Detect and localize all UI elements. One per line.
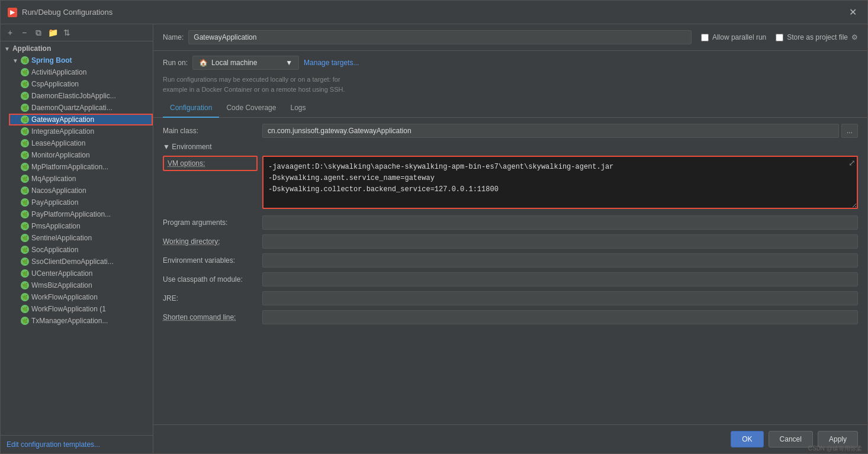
tree-item[interactable]: 🌿CspApplication xyxy=(9,78,153,90)
name-input[interactable] xyxy=(188,30,692,44)
spring-app-icon: 🌿 xyxy=(21,186,29,195)
left-footer: Edit configuration templates... xyxy=(1,435,153,453)
allow-parallel-checkbox[interactable] xyxy=(701,34,709,41)
ok-button[interactable]: OK xyxy=(731,431,763,447)
house-icon: 🏠 xyxy=(199,59,208,67)
add-config-button[interactable]: + xyxy=(4,27,16,38)
tree-item-label: IntegrateApplication xyxy=(31,127,94,136)
manage-targets-link[interactable]: Manage targets... xyxy=(304,59,359,67)
tree-item[interactable]: 🌿MpPlatformApplication... xyxy=(9,161,153,173)
tree-item-label: SentinelApplication xyxy=(31,234,92,242)
name-row: Name: xyxy=(163,30,692,44)
tree-item[interactable]: 🌿PmsApplication xyxy=(9,220,153,232)
tree-item[interactable]: 🌿GatewayApplication xyxy=(9,114,153,125)
program-args-row: Program arguments: xyxy=(163,215,858,230)
right-header: Name: Allow parallel run Store as projec… xyxy=(153,24,867,51)
sort-button[interactable]: ⇅ xyxy=(61,27,73,38)
tree-item-label: NacosApplication xyxy=(31,186,86,195)
tree-item[interactable]: 🌿NacosApplication xyxy=(9,185,153,197)
spring-boot-chevron: ▼ xyxy=(12,57,18,64)
tab-logs[interactable]: Logs xyxy=(283,99,313,118)
right-panel: Name: Allow parallel run Store as projec… xyxy=(153,24,867,453)
run-icon: ▶ xyxy=(8,8,17,17)
spring-app-icon: 🌿 xyxy=(21,80,29,88)
title-bar: ▶ Run/Debug Configurations ✕ xyxy=(1,1,867,24)
remove-config-button[interactable]: − xyxy=(18,27,30,38)
environment-section-header[interactable]: ▼ Environment xyxy=(163,143,858,151)
tree-item[interactable]: 🌿TxManagerApplication... xyxy=(9,315,153,327)
spring-app-icon: 🌿 xyxy=(21,198,29,207)
jre-input[interactable] xyxy=(262,291,858,305)
name-label: Name: xyxy=(163,33,184,41)
tree-item[interactable]: 🌿UCenterApplication xyxy=(9,268,153,279)
tree-item[interactable]: 🌿PayApplication xyxy=(9,197,153,208)
main-class-input-row: ... xyxy=(262,124,858,138)
spring-app-icon: 🌿 xyxy=(21,246,29,254)
spring-app-icon: 🌿 xyxy=(21,317,29,325)
spring-app-icon: 🌿 xyxy=(21,115,29,124)
vm-options-row: VM options: ⤢ xyxy=(163,156,858,211)
tree-item[interactable]: 🌿ActivitiApplication xyxy=(9,66,153,78)
main-class-input[interactable] xyxy=(262,124,839,138)
spring-boot-header[interactable]: ▼ 🌿 Spring Boot xyxy=(9,54,153,66)
edit-templates-link[interactable]: Edit configuration templates... xyxy=(7,440,100,449)
shorten-cmd-label: Shorten command line: xyxy=(163,310,258,321)
tree-item[interactable]: 🌿IntegrateApplication xyxy=(9,125,153,137)
store-project-checkbox[interactable] xyxy=(776,34,783,41)
tree-item[interactable]: 🌿MqApplication xyxy=(9,173,153,185)
vm-options-textarea[interactable] xyxy=(262,156,858,209)
close-button[interactable]: ✕ xyxy=(846,5,860,19)
dialog-footer: OK Cancel Apply xyxy=(153,424,867,453)
classpath-input[interactable] xyxy=(262,272,858,286)
run-on-description: Run configurations may be executed local… xyxy=(153,75,867,99)
working-dir-input[interactable] xyxy=(262,234,858,249)
application-group-header[interactable]: ▼ Application xyxy=(1,43,153,54)
tree-item-label: SsoClientDemoApplicati... xyxy=(31,257,114,266)
cancel-button[interactable]: Cancel xyxy=(769,431,813,447)
env-vars-label: Environment variables: xyxy=(163,253,258,265)
run-on-label: Run on: xyxy=(163,59,188,67)
tree-item[interactable]: 🌿DaemonQuartzApplicati... xyxy=(9,102,153,114)
allow-parallel-label: Allow parallel run xyxy=(712,33,766,41)
tree-item[interactable]: 🌿SocApplication xyxy=(9,244,153,256)
tree-item-label: DaemonQuartzApplicati... xyxy=(31,104,112,112)
tree-item-label: PayPlatformApplication... xyxy=(31,210,111,218)
tree-item[interactable]: 🌿WmsBizApplication xyxy=(9,279,153,291)
tree-item-label: DaemonElasticJobApplic... xyxy=(31,92,116,100)
tree-item[interactable]: 🌿SentinelApplication xyxy=(9,232,153,244)
gear-icon[interactable]: ⚙ xyxy=(851,33,858,41)
working-dir-row: Working directory: xyxy=(163,234,858,249)
run-on-dropdown[interactable]: 🏠 Local machine ▼ xyxy=(192,56,299,70)
spring-app-icon: 🌿 xyxy=(21,104,29,112)
tree-item-label: WorkFlowApplication xyxy=(31,293,98,301)
copy-config-button[interactable]: ⧉ xyxy=(33,27,44,38)
tree-item[interactable]: 🌿LeaseApplication xyxy=(9,137,153,149)
tree-item-label: PmsApplication xyxy=(31,222,81,230)
program-args-input[interactable] xyxy=(262,215,858,230)
spring-app-icon: 🌿 xyxy=(21,269,29,278)
tree-item[interactable]: 🌿DaemonElasticJobApplic... xyxy=(9,90,153,102)
folder-button[interactable]: 📁 xyxy=(47,27,59,38)
spring-app-icon: 🌿 xyxy=(21,151,29,159)
shorten-cmd-input[interactable] xyxy=(262,310,858,324)
main-class-browse-button[interactable]: ... xyxy=(841,124,858,138)
store-project-row: Store as project file ⚙ xyxy=(776,33,858,41)
tree-item[interactable]: 🌿SsoClientDemoApplicati... xyxy=(9,256,153,268)
spring-app-icon: 🌿 xyxy=(21,222,29,230)
expand-icon[interactable]: ⤢ xyxy=(848,158,856,168)
tab-code-coverage[interactable]: Code Coverage xyxy=(219,99,283,118)
tab-configuration[interactable]: Configuration xyxy=(163,99,219,118)
env-vars-input[interactable] xyxy=(262,253,858,268)
program-args-label: Program arguments: xyxy=(163,215,258,227)
spring-app-icon: 🌿 xyxy=(21,281,29,289)
tree-item[interactable]: 🌿PayPlatformApplication... xyxy=(9,208,153,220)
jre-label: JRE: xyxy=(163,291,258,302)
tree-item[interactable]: 🌿MonitorApplication xyxy=(9,149,153,161)
tree-item[interactable]: 🌿WorkFlowApplication xyxy=(9,291,153,303)
tree-item-label: MpPlatformApplication... xyxy=(31,163,108,171)
spring-boot-section: ▼ 🌿 Spring Boot 🌿ActivitiApplication🌿Csp… xyxy=(1,54,153,327)
spring-app-icon: 🌿 xyxy=(21,92,29,100)
tree-item[interactable]: 🌿WorkFlowApplication (1 xyxy=(9,303,153,315)
working-dir-label: Working directory: xyxy=(163,234,258,246)
application-chevron: ▼ xyxy=(4,46,10,52)
